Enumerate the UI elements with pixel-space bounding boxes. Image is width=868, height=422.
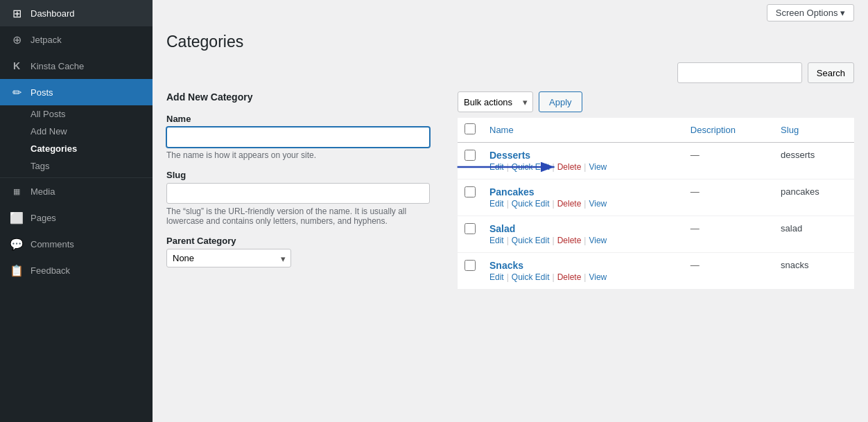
add-form-title: Add New Category	[166, 91, 444, 103]
category-name-desserts[interactable]: Desserts	[489, 150, 677, 161]
action-edit-salad[interactable]: Edit	[489, 236, 504, 245]
sidebar-item-dashboard[interactable]: ⊞ Dashboard	[0, 0, 153, 26]
sidebar-item-label: Dashboard	[31, 8, 75, 19]
cat-description-salad: —	[684, 216, 774, 253]
sidebar-item-posts[interactable]: ✏ Posts	[0, 79, 153, 105]
col-header-name[interactable]: Name	[483, 118, 684, 143]
cat-action-links-desserts: Edit | Quick Edit | Delete | View	[489, 162, 677, 172]
cat-slug-desserts: desserts	[774, 143, 854, 179]
bulk-actions-wrapper: Bulk actions Delete	[458, 91, 533, 112]
search-button[interactable]: Search	[808, 62, 854, 83]
sidebar-sub-categories[interactable]: Categories	[31, 140, 153, 157]
sidebar-item-kinsta-cache[interactable]: K Kinsta Cache	[0, 53, 153, 79]
cat-description-pancakes: —	[684, 179, 774, 216]
bulk-actions-row: Bulk actions Delete Apply	[458, 91, 854, 112]
category-name-snacks[interactable]: Snacks	[489, 260, 677, 271]
action-sep: |	[584, 272, 586, 282]
action-sep: |	[553, 199, 555, 209]
action-view-desserts[interactable]: View	[589, 162, 607, 172]
sidebar-sub-add-new[interactable]: Add New	[31, 123, 153, 140]
screen-options-button[interactable]: Screen Options ▾	[767, 4, 854, 21]
name-field-group: Name The name is how it appears on your …	[166, 114, 444, 160]
sidebar-sub-tags[interactable]: Tags	[31, 157, 153, 175]
feedback-icon: 📋	[10, 263, 24, 277]
name-hint: The name is how it appears on your site.	[166, 150, 444, 160]
row-checkbox-desserts[interactable]	[465, 150, 476, 161]
action-view-salad[interactable]: View	[589, 236, 607, 245]
sidebar-item-feedback[interactable]: 📋 Feedback	[0, 257, 153, 283]
action-delete-salad[interactable]: Delete	[557, 236, 582, 245]
sidebar-item-label: Feedback	[31, 265, 70, 276]
table-row: Pancakes Edit | Quick Edit | Delete | Vi…	[458, 179, 854, 216]
action-edit-pancakes[interactable]: Edit	[489, 199, 504, 209]
select-all-checkbox[interactable]	[465, 123, 476, 134]
col-header-slug[interactable]: Slug	[774, 118, 854, 143]
slug-hint: The “slug” is the URL-friendly version o…	[166, 206, 444, 226]
kinsta-icon: K	[10, 59, 24, 73]
sidebar-item-media[interactable]: ▦ Media	[0, 178, 153, 204]
media-icon: ▦	[10, 184, 24, 198]
parent-category-group: Parent Category None	[166, 236, 444, 267]
category-name-salad[interactable]: Salad	[489, 223, 677, 234]
sidebar-item-label: Kinsta Cache	[31, 61, 84, 71]
name-label: Name	[166, 114, 444, 124]
sidebar-section-media: ▦ Media ⬜ Pages 💬 Comments 📋 Feedback	[0, 177, 153, 283]
sidebar-item-label: Comments	[31, 239, 74, 249]
action-edit-desserts[interactable]: Edit	[489, 162, 504, 172]
action-sep: |	[507, 272, 509, 282]
sidebar-item-comments[interactable]: 💬 Comments	[0, 231, 153, 257]
content-area: Categories Search Add New Category Name …	[153, 26, 868, 304]
category-name-pancakes[interactable]: Pancakes	[489, 186, 677, 197]
slug-label: Slug	[166, 170, 444, 180]
action-sep: |	[507, 162, 509, 172]
search-input[interactable]	[677, 62, 802, 83]
action-edit-snacks[interactable]: Edit	[489, 272, 504, 282]
cat-action-links-pancakes: Edit | Quick Edit | Delete | View	[489, 199, 677, 209]
jetpack-icon: ⊕	[10, 33, 24, 46]
cat-slug-pancakes: pancakes	[774, 179, 854, 216]
posts-icon: ✏	[10, 85, 24, 99]
action-quick-edit-desserts[interactable]: Quick Edit	[512, 162, 550, 172]
posts-submenu: All Posts Add New Categories Tags	[0, 105, 153, 175]
action-sep: |	[507, 236, 509, 245]
dashboard-icon: ⊞	[10, 6, 24, 20]
cat-description-snacks: —	[684, 253, 774, 290]
two-column-layout: Add New Category Name The name is how it…	[166, 91, 854, 290]
sidebar-item-pages[interactable]: ⬜ Pages	[0, 204, 153, 231]
col-header-description[interactable]: Description	[684, 118, 774, 143]
sidebar-sub-all-posts[interactable]: All Posts	[31, 105, 153, 123]
action-quick-edit-salad[interactable]: Quick Edit	[512, 236, 550, 245]
action-delete-pancakes[interactable]: Delete	[557, 199, 582, 209]
table-row: Salad Edit | Quick Edit | Delete | View …	[458, 216, 854, 253]
action-view-snacks[interactable]: View	[589, 272, 607, 282]
parent-select-wrapper: None	[166, 249, 291, 267]
sidebar: ⊞ Dashboard ⊕ Jetpack K Kinsta Cache ✏ P…	[0, 0, 153, 422]
categories-table-wrapper: Name Description Slug Desserts Edit | Qu…	[458, 118, 854, 290]
comments-icon: 💬	[10, 237, 24, 251]
sidebar-item-label: Jetpack	[31, 35, 62, 45]
search-toolbar: Search	[166, 62, 854, 83]
categories-table: Name Description Slug Desserts Edit | Qu…	[458, 118, 854, 290]
cat-description-desserts: —	[684, 143, 774, 179]
apply-button[interactable]: Apply	[539, 91, 582, 112]
action-sep: |	[553, 272, 555, 282]
cat-action-links-snacks: Edit | Quick Edit | Delete | View	[489, 272, 677, 282]
page-title: Categories	[166, 33, 854, 51]
row-checkbox-pancakes[interactable]	[465, 186, 476, 197]
cat-slug-salad: salad	[774, 216, 854, 253]
action-delete-snacks[interactable]: Delete	[557, 272, 582, 282]
row-checkbox-salad[interactable]	[465, 223, 476, 234]
right-panel: Bulk actions Delete Apply	[458, 91, 854, 290]
row-checkbox-snacks[interactable]	[465, 260, 476, 271]
action-delete-desserts[interactable]: Delete	[557, 162, 582, 172]
slug-input[interactable]	[166, 183, 430, 204]
action-quick-edit-snacks[interactable]: Quick Edit	[512, 272, 550, 282]
cat-slug-snacks: snacks	[774, 253, 854, 290]
sidebar-item-jetpack[interactable]: ⊕ Jetpack	[0, 26, 153, 53]
bulk-actions-select[interactable]: Bulk actions Delete	[458, 91, 533, 112]
action-quick-edit-pancakes[interactable]: Quick Edit	[512, 199, 550, 209]
parent-category-select[interactable]: None	[166, 249, 291, 267]
action-sep: |	[507, 199, 509, 209]
action-view-pancakes[interactable]: View	[589, 199, 607, 209]
name-input[interactable]	[166, 127, 430, 148]
